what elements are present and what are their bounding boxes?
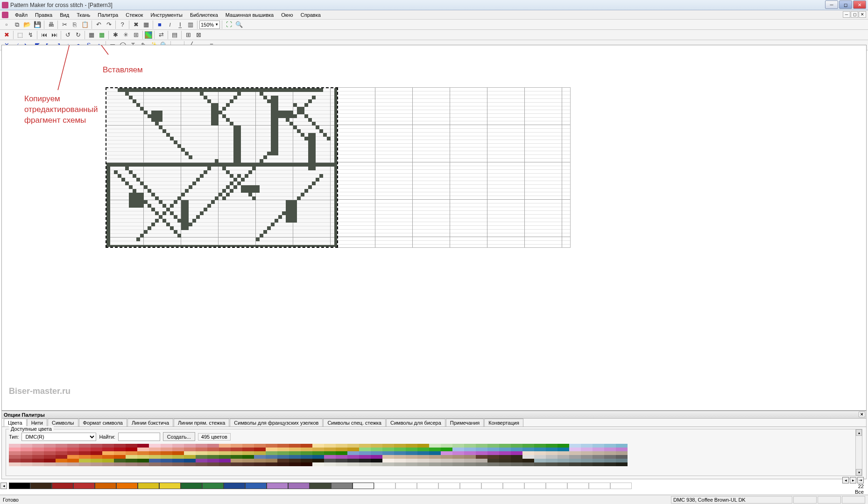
- color-swatch[interactable]: [371, 455, 382, 459]
- color-swatch[interactable]: [231, 462, 242, 466]
- color-swatch[interactable]: [604, 448, 616, 451]
- color-swatch[interactable]: [347, 459, 359, 462]
- color-swatch[interactable]: [231, 451, 242, 455]
- color-swatch[interactable]: [417, 455, 429, 459]
- color-swatch[interactable]: [289, 455, 301, 459]
- color-swatch[interactable]: [394, 455, 406, 459]
- color-swatch[interactable]: [499, 448, 511, 451]
- color-swatch[interactable]: [569, 444, 581, 448]
- open-icon[interactable]: 📂: [22, 20, 32, 29]
- color-swatch[interactable]: [137, 448, 149, 451]
- color-swatch[interactable]: [417, 448, 429, 451]
- color-swatch[interactable]: [336, 444, 347, 448]
- color-swatch[interactable]: [137, 451, 149, 455]
- color-swatch[interactable]: [277, 448, 289, 451]
- color-swatch[interactable]: [604, 444, 616, 448]
- color-swatch[interactable]: [452, 448, 464, 451]
- color-swatch[interactable]: [593, 455, 604, 459]
- palette-tab[interactable]: Линии бэкстича: [127, 419, 173, 427]
- color-swatch[interactable]: [137, 462, 149, 466]
- color-swatch[interactable]: [336, 462, 347, 466]
- color-swatch[interactable]: [336, 455, 347, 459]
- color-swatch[interactable]: [207, 451, 219, 455]
- color-swatch[interactable]: [9, 448, 21, 451]
- color-swatch[interactable]: [464, 459, 476, 462]
- color-swatch[interactable]: [394, 459, 406, 462]
- color-swatch[interactable]: [441, 462, 452, 466]
- palette-tab[interactable]: Символы: [48, 419, 78, 427]
- color-swatch[interactable]: [417, 459, 429, 462]
- pattern3-icon[interactable]: ⊞: [131, 30, 141, 40]
- color-swatch[interactable]: [557, 451, 569, 455]
- color-swatch[interactable]: [394, 462, 406, 466]
- color-swatch[interactable]: [441, 451, 452, 455]
- color-swatch[interactable]: [254, 459, 266, 462]
- color-swatch[interactable]: [126, 451, 137, 455]
- color-swatch[interactable]: [254, 462, 266, 466]
- color-swatch[interactable]: [21, 459, 32, 462]
- used-color-swatch[interactable]: [224, 483, 245, 489]
- color-swatch[interactable]: [266, 448, 277, 451]
- color-swatch[interactable]: [499, 462, 511, 466]
- used-color-swatch[interactable]: [116, 483, 138, 489]
- color-swatch[interactable]: [371, 459, 382, 462]
- color-swatch[interactable]: [231, 459, 242, 462]
- swap-icon[interactable]: ⇄: [156, 30, 166, 40]
- copy-icon[interactable]: ⎘: [70, 20, 79, 29]
- grid2-icon[interactable]: ▦: [97, 30, 106, 40]
- color-swatch[interactable]: [32, 462, 44, 466]
- color-swatch[interactable]: [289, 451, 301, 455]
- color-swatch[interactable]: [161, 462, 172, 466]
- color-swatch[interactable]: [149, 448, 161, 451]
- color-swatch[interactable]: [32, 448, 44, 451]
- palette-close-icon[interactable]: ✕: [859, 412, 865, 417]
- color-swatch[interactable]: [581, 455, 593, 459]
- empty-swatch[interactable]: [417, 483, 438, 489]
- menu-edit[interactable]: Правка: [31, 11, 56, 19]
- color-swatch[interactable]: [382, 448, 394, 451]
- color-swatch[interactable]: [394, 444, 406, 448]
- color-swatch[interactable]: [44, 462, 56, 466]
- color-swatch[interactable]: [546, 448, 557, 451]
- type-select[interactable]: DMC(R): [21, 433, 96, 441]
- color-swatch[interactable]: [511, 462, 522, 466]
- color-swatch[interactable]: [522, 455, 534, 459]
- color-swatch[interactable]: [429, 451, 441, 455]
- color-swatch[interactable]: [569, 462, 581, 466]
- color-swatch[interactable]: [359, 455, 371, 459]
- color-swatch[interactable]: [9, 451, 21, 455]
- color-swatch[interactable]: [452, 455, 464, 459]
- color-swatch[interactable]: [44, 451, 56, 455]
- tool-b-icon[interactable]: ↯: [26, 30, 35, 40]
- color-swatch[interactable]: [277, 444, 289, 448]
- color-swatch[interactable]: [161, 444, 172, 448]
- color-swatch[interactable]: [184, 448, 196, 451]
- color-swatch[interactable]: [546, 455, 557, 459]
- color-swatch[interactable]: [21, 444, 32, 448]
- color-swatch[interactable]: [581, 448, 593, 451]
- color-swatch[interactable]: [207, 444, 219, 448]
- color-swatch[interactable]: [102, 444, 114, 448]
- color-swatch[interactable]: [44, 444, 56, 448]
- color-swatch[interactable]: [231, 448, 242, 451]
- color-swatch[interactable]: [511, 455, 522, 459]
- menu-machine[interactable]: Машинная вышивка: [222, 11, 277, 19]
- color-swatch[interactable]: [242, 462, 254, 466]
- color-swatch[interactable]: [56, 462, 67, 466]
- color-swatch[interactable]: [499, 459, 511, 462]
- palette-tab[interactable]: Конвертация: [484, 419, 523, 427]
- color-swatch[interactable]: [616, 451, 628, 455]
- color-swatch[interactable]: [79, 459, 91, 462]
- color-swatch[interactable]: [464, 448, 476, 451]
- paste-icon[interactable]: 📋: [80, 20, 90, 29]
- color-swatch[interactable]: [347, 448, 359, 451]
- empty-swatch[interactable]: [610, 483, 632, 489]
- color-swatch[interactable]: [499, 451, 511, 455]
- color-swatch[interactable]: [184, 459, 196, 462]
- color-swatch[interactable]: [359, 462, 371, 466]
- color-swatch[interactable]: [534, 459, 546, 462]
- color-swatch[interactable]: [511, 444, 522, 448]
- color-swatch[interactable]: [534, 462, 546, 466]
- cut-icon[interactable]: ✂: [60, 20, 69, 29]
- color-swatch[interactable]: [56, 444, 67, 448]
